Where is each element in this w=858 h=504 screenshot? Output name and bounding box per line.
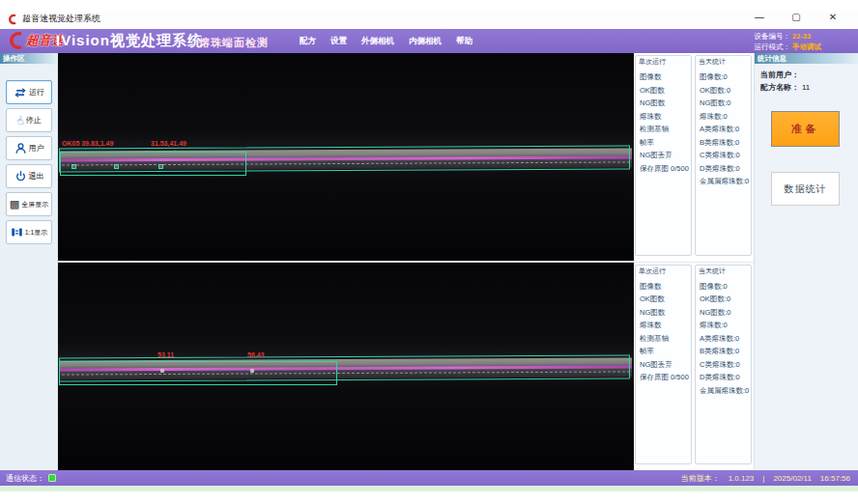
status-time: 16:57:56 bbox=[820, 474, 850, 483]
camera2-stats-section: 单次运行 图像数OK图数NG图数熔珠数检测基轴帧率NG图丢弃保存原图 0/500… bbox=[634, 262, 754, 471]
stat-item: 图像数 bbox=[640, 70, 691, 84]
menu-item[interactable]: 设置 bbox=[330, 36, 347, 47]
user-button[interactable]: 用户 bbox=[6, 136, 52, 160]
detection-marker bbox=[160, 369, 164, 373]
fullscreen-button[interactable]: ▩ 全屏显示 bbox=[6, 192, 52, 216]
run-mode-label: 运行模式： bbox=[755, 42, 791, 51]
device-info: 设备编号：22-33 运行模式：手动调试 bbox=[755, 31, 834, 52]
single-run-group: 单次运行 图像数OK图数NG图数熔珠数检测基轴帧率NG图丢弃保存原图 0/500 bbox=[635, 55, 692, 256]
user-icon bbox=[14, 142, 27, 154]
stat-item: OK图数 bbox=[640, 84, 691, 98]
stat-item: NG图数 bbox=[640, 97, 691, 110]
minimize-button[interactable]: — bbox=[752, 12, 767, 22]
brand-swoosh-icon bbox=[5, 30, 26, 51]
user-button-label: 用户 bbox=[29, 143, 44, 154]
one-to-one-button[interactable]: 1:1显示 bbox=[6, 220, 52, 244]
app-logo-icon bbox=[7, 14, 18, 25]
power-icon bbox=[14, 170, 27, 182]
stop-button[interactable]: ☝ 停止 bbox=[6, 108, 52, 132]
stat-item: C类熔珠数:0 bbox=[700, 358, 751, 372]
device-number-value: 22-33 bbox=[792, 31, 833, 42]
stat-item: 检测基轴 bbox=[640, 123, 691, 136]
single-run-group: 单次运行 图像数OK图数NG图数熔珠数检测基轴帧率NG图丢弃保存原图 0/500 bbox=[635, 265, 692, 465]
one-to-one-icon bbox=[11, 226, 23, 238]
operation-sidebar: 操作区 运行 ☝ 停止 bbox=[0, 53, 58, 470]
exit-button-label: 退出 bbox=[29, 171, 44, 182]
status-bar: 通信状态： 当前版本： 1.0.123 | 2025/02/11 16:57:5… bbox=[0, 470, 858, 486]
detection-marker bbox=[250, 369, 254, 373]
stat-item: 图像数 bbox=[640, 280, 691, 294]
data-statistics-button[interactable]: 数据统计 bbox=[771, 172, 840, 206]
fullscreen-button-label: 全屏显示 bbox=[21, 200, 48, 210]
stat-item: NG图数:0 bbox=[700, 97, 751, 110]
comm-status-indicator bbox=[48, 474, 56, 482]
status-date: 2025/02/11 bbox=[773, 474, 811, 483]
stat-item: B类熔珠数:0 bbox=[700, 345, 751, 358]
main-menu: 配方设置外侧相机内侧相机帮助 bbox=[300, 29, 472, 53]
stat-item: NG图丢弃 bbox=[640, 149, 691, 162]
stat-item: D类熔珠数:0 bbox=[700, 371, 751, 384]
window-title: 超音速视觉处理系统 bbox=[22, 13, 100, 25]
menu-item[interactable]: 外侧相机 bbox=[361, 36, 394, 47]
measurement-annotation: 56.43 bbox=[247, 351, 265, 358]
stat-item: A类熔珠数:0 bbox=[700, 332, 751, 346]
detection-marker bbox=[72, 164, 76, 169]
stat-item: 金属屑熔珠数:0 bbox=[700, 175, 751, 188]
stat-item: 熔珠数 bbox=[640, 110, 691, 124]
run-button-label: 运行 bbox=[29, 87, 44, 98]
recipe-name-value: 11 bbox=[802, 83, 810, 92]
comm-status-label: 通信状态： bbox=[6, 473, 44, 484]
current-user-label: 当前用户： bbox=[760, 70, 799, 79]
stop-button-label: 停止 bbox=[26, 115, 42, 126]
brand-logo: 超音速 bbox=[5, 30, 64, 51]
close-button[interactable]: ✕ bbox=[825, 12, 841, 22]
run-mode-value: 手动调试 bbox=[792, 42, 833, 52]
camera2-viewport[interactable]: 53.11 56.43 bbox=[58, 263, 634, 470]
stat-item: OK图数:0 bbox=[700, 293, 751, 306]
menu-item[interactable]: 内侧相机 bbox=[409, 36, 442, 47]
camera-image-area: OK05 39.83,1.49 31.53,41.49 53.11 56.43 bbox=[58, 53, 634, 470]
daily-stats-group: 当天统计 图像数:0OK图数:0NG图数:0熔珠数:0A类熔珠数:0B类熔珠数:… bbox=[695, 55, 752, 256]
stat-item: 帧率 bbox=[640, 345, 691, 358]
stat-item: NG图丢弃 bbox=[640, 358, 691, 372]
separator: | bbox=[762, 474, 764, 483]
stat-item: C类熔珠数:0 bbox=[700, 149, 751, 162]
stat-item: 图像数:0 bbox=[700, 280, 751, 294]
run-button[interactable]: 运行 bbox=[6, 80, 52, 104]
prepare-button[interactable]: 准备 bbox=[771, 111, 840, 147]
stat-item: 检测基轴 bbox=[640, 332, 691, 346]
stat-item: 保存原图 0/500 bbox=[640, 371, 691, 384]
main-area: 操作区 运行 ☝ 停止 bbox=[0, 53, 858, 470]
window-titlebar: 超音速视觉处理系统 — ▢ ✕ bbox=[0, 12, 858, 29]
stat-item: 帧率 bbox=[640, 136, 691, 150]
stat-item: D类熔珠数:0 bbox=[700, 162, 751, 176]
menu-item[interactable]: 配方 bbox=[300, 36, 316, 47]
fullscreen-icon: ▩ bbox=[10, 199, 19, 210]
stop-hand-icon: ☝ bbox=[15, 114, 26, 127]
sidebar-title: 操作区 bbox=[0, 53, 57, 64]
detection-roi-inner bbox=[60, 152, 246, 176]
app-header: 超音速 IVision视觉处理系统 熔珠端面检测 配方设置外侧相机内侧相机帮助 … bbox=[0, 29, 858, 53]
stat-item: 保存原图 0/500 bbox=[640, 162, 691, 176]
daily-stats-group: 当天统计 图像数:0OK图数:0NG图数:0熔珠数:0A类熔珠数:0B类熔珠数:… bbox=[695, 265, 752, 465]
stat-item: 金属屑熔珠数:0 bbox=[700, 384, 751, 398]
measurement-annotation: 31.53,41.49 bbox=[151, 140, 186, 147]
stat-item: 熔珠数:0 bbox=[700, 110, 751, 124]
single-run-title: 单次运行 bbox=[639, 266, 666, 276]
stat-item: 熔珠数 bbox=[640, 319, 691, 332]
detection-roi-inner bbox=[59, 361, 337, 385]
detection-marker bbox=[158, 164, 163, 169]
single-run-title: 单次运行 bbox=[639, 57, 666, 67]
stat-item: 熔珠数:0 bbox=[700, 319, 751, 332]
app-title: IVision视觉处理系统 bbox=[56, 32, 203, 50]
menu-item[interactable]: 帮助 bbox=[456, 36, 472, 47]
stat-item: B类熔珠数:0 bbox=[700, 136, 751, 150]
exit-button[interactable]: 退出 bbox=[6, 164, 52, 188]
app-window: 超音速视觉处理系统 — ▢ ✕ 超音速 IVision视觉处理系统 熔珠端面检测… bbox=[0, 0, 858, 504]
stat-item: A类熔珠数:0 bbox=[700, 123, 751, 136]
app-subtitle: 熔珠端面检测 bbox=[199, 36, 269, 50]
maximize-button[interactable]: ▢ bbox=[788, 12, 804, 22]
measurement-annotation: 53.11 bbox=[157, 351, 174, 358]
daily-stats-title: 当天统计 bbox=[699, 57, 726, 67]
camera1-viewport[interactable]: OK05 39.83,1.49 31.53,41.49 bbox=[58, 53, 634, 261]
